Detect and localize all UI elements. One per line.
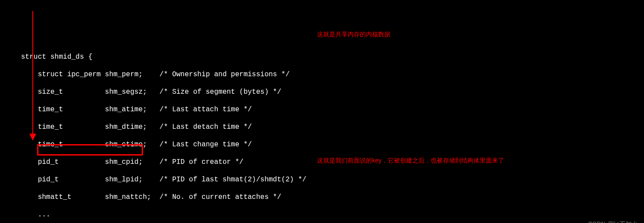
code-line: time_t shm_dtime; /* Last detach time */ — [0, 123, 644, 131]
watermark-text: CSDN @ks不知火 — [588, 219, 638, 223]
code-line: time_t shm_atime; /* Last attach time */ — [0, 105, 644, 114]
code-line: struct ipc_perm shm_perm; /* Ownership a… — [0, 70, 644, 79]
code-line: shmatt_t shm_nattch; /* No. of current a… — [0, 193, 644, 202]
code-line: size_t shm_segsz; /* Size of segment (by… — [0, 88, 644, 96]
annotation-shared-memory: 这就是共享内存的内核数据 — [317, 30, 390, 39]
code-line: struct shmid_ds { — [0, 53, 644, 61]
code-line: ... — [0, 210, 644, 219]
code-line: pid_t shm_lpid; /* PID of last shmat(2)/… — [0, 175, 644, 184]
code-line: time_t shm_ctime; /* Last change time */ — [0, 140, 644, 149]
code-block-shmid-ds: struct shmid_ds { struct ipc_perm shm_pe… — [0, 44, 644, 223]
annotation-key: 这就是我们前面说的key，它被创建之后，也被存储到结构体里面来了 — [317, 156, 504, 165]
